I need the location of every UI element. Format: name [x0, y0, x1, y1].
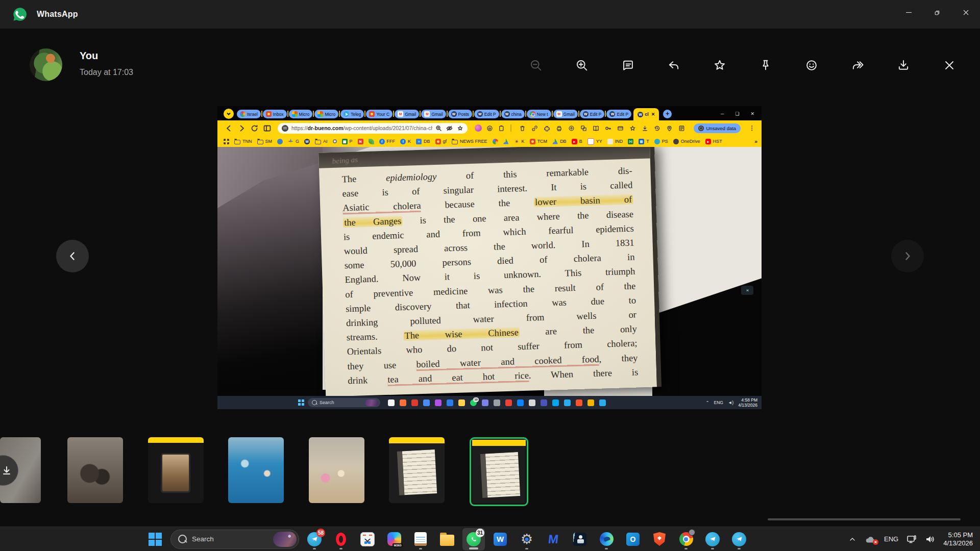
bookmark-item[interactable]: fFFF: [379, 139, 396, 144]
zoom-in-icon[interactable]: [575, 58, 589, 72]
taskbar-search[interactable]: Search: [170, 530, 299, 549]
camera-extension-icon[interactable]: [568, 124, 575, 132]
bookmark-item[interactable]: [369, 139, 374, 144]
bookmark-item[interactable]: [503, 139, 509, 144]
start-button[interactable]: [144, 528, 166, 550]
next-media-button[interactable]: [891, 240, 924, 272]
close-window-button[interactable]: [951, 0, 980, 24]
inner-app-icon[interactable]: [411, 399, 418, 406]
restore-button[interactable]: [923, 0, 951, 24]
bookmark-item[interactable]: IND: [607, 139, 623, 144]
inner-app-icon[interactable]: [482, 399, 488, 406]
minimize-button[interactable]: [894, 0, 923, 24]
zoom-out-icon[interactable]: [529, 58, 543, 72]
bookmark-item[interactable]: YY: [587, 138, 602, 145]
thumbnail-scrollbar[interactable]: [768, 518, 961, 520]
browser-tab[interactable]: Israel: [237, 110, 261, 118]
bookmark-item[interactable]: TNN: [234, 139, 252, 144]
bookmark-item[interactable]: ≡DB: [416, 139, 430, 144]
word-taskbar-button[interactable]: W: [489, 528, 511, 550]
telegram-taskbar-button[interactable]: [701, 528, 724, 550]
chrome-taskbar-button[interactable]: [675, 528, 697, 550]
bookmark-item[interactable]: [493, 139, 498, 144]
translate-extension-icon[interactable]: [580, 124, 587, 132]
inner-app-icon[interactable]: [529, 399, 535, 406]
m365-copilot-taskbar-button[interactable]: M365: [383, 528, 405, 550]
browser-tab[interactable]: WEdit P: [580, 110, 605, 118]
bookmark-item[interactable]: [277, 139, 283, 144]
bookmark-item[interactable]: ⊞T: [639, 139, 649, 144]
telegram-taskbar-button[interactable]: [728, 528, 750, 550]
inner-app-icon[interactable]: [400, 399, 406, 406]
media-image[interactable]: IsraelInboxMicroMicroTelegYour CMGmailMG…: [217, 106, 762, 409]
previous-media-button[interactable]: [56, 240, 89, 272]
close-icon[interactable]: [942, 58, 957, 72]
open-chat-icon[interactable]: [621, 58, 635, 72]
thumbnail[interactable]: [228, 437, 284, 503]
download-icon[interactable]: [896, 58, 911, 72]
settings-taskbar-button[interactable]: ⚙: [516, 528, 538, 550]
opera-taskbar-button[interactable]: [330, 528, 352, 550]
brave-taskbar-button[interactable]: [648, 528, 671, 550]
bookmark-item[interactable]: AI: [315, 139, 328, 144]
trash-extension-icon[interactable]: [519, 124, 526, 132]
browser-tab[interactable]: MGmail: [553, 110, 578, 118]
emoji-icon[interactable]: [804, 58, 819, 72]
browser-tab[interactable]: MGmail: [395, 110, 419, 118]
inner-app-icon[interactable]: [564, 399, 571, 406]
inner-app-icon[interactable]: [541, 399, 547, 406]
bookmark-item[interactable]: ▦P: [342, 139, 353, 144]
bookmark-item[interactable]: [333, 139, 337, 143]
edge-taskbar-button[interactable]: [595, 528, 618, 550]
browser-tab[interactable]: New t: [527, 110, 551, 118]
thumbnail[interactable]: [67, 437, 123, 503]
language-indicator[interactable]: ENG: [884, 535, 898, 543]
bookmark-item[interactable]: ▸B: [572, 139, 582, 144]
bookmark-item[interactable]: ▸HST: [705, 139, 722, 144]
browser-tab[interactable]: Micro: [314, 110, 338, 118]
browser-tab[interactable]: MGmail: [421, 110, 446, 118]
star-icon[interactable]: [713, 58, 727, 72]
inner-app-icon[interactable]: [435, 399, 442, 406]
inner-app-icon[interactable]: [552, 399, 559, 406]
thumbnail-selected[interactable]: [470, 437, 528, 506]
bookmark-item[interactable]: [s]: [628, 139, 633, 144]
inner-app-icon[interactable]: [505, 399, 512, 406]
tab-search-button[interactable]: [224, 109, 234, 119]
bookmarks-overflow-icon[interactable]: »: [754, 138, 757, 144]
link-extension-icon[interactable]: [531, 124, 538, 132]
snipping-tool-taskbar-button[interactable]: [356, 528, 379, 550]
browser-tab[interactable]: WEdit P: [474, 110, 499, 118]
bookmark-item[interactable]: ☀K: [514, 139, 525, 144]
bookmark-item[interactable]: TCM: [530, 139, 548, 144]
browser-tab[interactable]: Teleg: [340, 110, 364, 118]
speaker-icon[interactable]: [925, 535, 935, 544]
inner-app-icon[interactable]: [517, 399, 524, 406]
browser-close-icon[interactable]: ✕: [750, 112, 754, 116]
bookmark-item[interactable]: fK: [400, 139, 411, 144]
pin-icon[interactable]: [758, 58, 773, 72]
notepad-taskbar-button[interactable]: [409, 528, 432, 550]
bookmark-item[interactable]: N: [358, 139, 363, 144]
bookmark-item[interactable]: G: [288, 139, 299, 144]
thumbnail[interactable]: [309, 437, 364, 503]
browser-tab[interactable]: Your C: [366, 110, 393, 118]
browser-minimize-icon[interactable]: ─: [721, 112, 724, 116]
bookmark-item[interactable]: NEWS FREE: [452, 139, 487, 144]
avatar[interactable]: [30, 48, 62, 81]
inner-app-icon[interactable]: [576, 399, 582, 406]
forward-icon[interactable]: [850, 58, 865, 72]
whatsapp-taskbar-button[interactable]: 31: [462, 528, 485, 550]
display-icon[interactable]: [906, 535, 917, 544]
puzzle-extension-icon[interactable]: [543, 124, 551, 132]
bookmark-item[interactable]: SM: [257, 139, 273, 144]
inner-app-icon[interactable]: [494, 399, 500, 406]
browser-tab[interactable]: WPosts: [448, 110, 472, 118]
browser-tab[interactable]: Wchina: [501, 110, 525, 118]
history-extension-icon[interactable]: [653, 124, 661, 132]
active-browser-tab[interactable]: Wcl✕: [633, 108, 659, 120]
thumbnail[interactable]: [389, 437, 445, 503]
browser-restore-icon[interactable]: ❏: [735, 112, 739, 116]
book-extension-icon[interactable]: [592, 124, 600, 132]
bookmark-item[interactable]: gf: [435, 139, 447, 144]
